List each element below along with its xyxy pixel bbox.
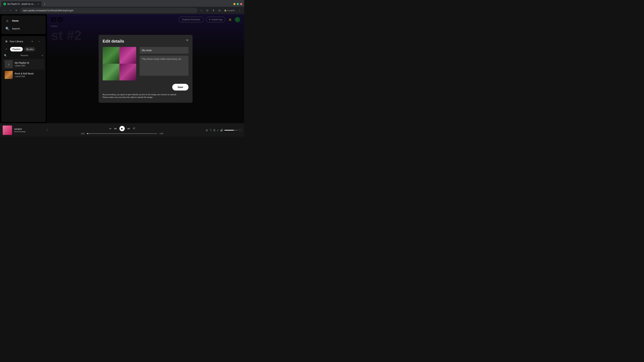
image-cell-4 xyxy=(120,64,136,80)
playlist-thumb-2 xyxy=(5,71,13,79)
volume-icon[interactable]: 🔊 xyxy=(220,129,223,132)
main-content: ‹ › Explore Premium ⬇ Install App 🔔 L Pl… xyxy=(47,14,244,123)
refresh-button[interactable]: ↻ xyxy=(14,8,19,13)
home-icon: ⌂ xyxy=(5,19,10,23)
playlist-meta-1: Lauren Deli xyxy=(15,64,42,67)
image-cell-2 xyxy=(120,47,136,64)
address-bar: ← → ↻ ☆ ⊡ ⬇ ⧉ 🕵 Incognito ⋮ xyxy=(0,7,244,14)
url-input[interactable] xyxy=(20,8,198,13)
player-track-info: vampire Olivia Rodrigo ♡ xyxy=(3,125,50,135)
back-button[interactable]: ← xyxy=(2,8,7,13)
progress-fill xyxy=(87,133,88,134)
tab-favicon: S xyxy=(3,3,6,5)
player-album-art xyxy=(3,125,12,135)
modal-body: Play these music while exercising..etc xyxy=(103,47,188,80)
bookmark-button[interactable]: ☆ xyxy=(199,8,204,13)
search-label: Search xyxy=(12,27,20,30)
download-button[interactable]: ⬇ xyxy=(211,8,216,13)
sidebar-item-search[interactable]: 🔍 Search xyxy=(3,25,44,33)
player-controls: ⇌ ⏮ ▶ ⏭ ↺ 0:01 3:39 xyxy=(52,126,192,135)
your-library-label: Your Library xyxy=(10,40,23,43)
library-title-button[interactable]: ⊞ Your Library xyxy=(5,40,23,43)
spotify-main: ⌂ Home 🔍 Search ⊞ Your Library + xyxy=(0,14,244,123)
previous-button[interactable]: ⏮ xyxy=(114,127,117,130)
playlist-image-composite xyxy=(103,47,136,80)
repeat-button[interactable]: ↺ xyxy=(133,127,135,130)
connect-device-button[interactable]: 📱 xyxy=(209,129,212,132)
playlist-name-1: My Playlist #2 xyxy=(15,61,42,64)
library-actions: + → xyxy=(30,39,42,44)
controls-buttons: ⇌ ⏮ ▶ ⏭ ↺ xyxy=(109,126,135,131)
browser-chrome: S My Playlist #2 - playlist by Laur... ✕… xyxy=(0,0,244,14)
expand-library-button[interactable]: → xyxy=(36,39,42,44)
extensions-button[interactable]: ⧉ xyxy=(217,8,222,13)
playlist-info-1: My Playlist #2 Lauren Deli xyxy=(15,61,42,67)
filter-playlists-chip[interactable]: Playlists xyxy=(10,47,23,51)
close-button[interactable] xyxy=(240,3,242,5)
queue-button[interactable]: ⊟ xyxy=(206,129,208,132)
sidebar-nav: ⌂ Home 🔍 Search xyxy=(1,15,46,34)
library-section: ⊞ Your Library + → × xyxy=(1,36,46,122)
active-tab[interactable]: S My Playlist #2 - playlist by Laur... ✕ xyxy=(1,1,42,7)
browser-actions: ☆ ⊡ ⬇ ⧉ 🕵 Incognito ⋮ xyxy=(199,8,242,13)
incognito-icon: 🕵 xyxy=(224,9,226,11)
search-icon: 🔍 xyxy=(5,27,10,31)
modal-overlay: Edit details ✕ xyxy=(47,14,244,123)
sidebar: ⌂ Home 🔍 Search ⊞ Your Library + xyxy=(0,14,47,123)
forward-button[interactable]: → xyxy=(8,8,13,13)
like-button[interactable]: ♡ xyxy=(44,129,50,132)
playlist-image-upload[interactable] xyxy=(103,47,136,80)
fullscreen-button[interactable]: ⤢ xyxy=(217,129,219,132)
modal-disclaimer: By proceeding, you agree to give Spotify… xyxy=(103,93,188,99)
miniplayer-button[interactable]: ⛶ xyxy=(239,129,242,132)
save-button[interactable]: Save xyxy=(172,84,188,90)
music-note-icon: ♪ xyxy=(8,62,10,66)
player-artist: Olivia Rodrigo xyxy=(14,131,42,133)
playlist-description-input[interactable]: Play these music while exercising..etc xyxy=(140,56,188,76)
new-tab-button[interactable]: + xyxy=(42,2,47,6)
modal-title: Edit details xyxy=(103,39,188,43)
player-track-details: vampire Olivia Rodrigo xyxy=(14,128,42,133)
image-cell-1 xyxy=(103,47,120,64)
tab-close-button[interactable]: ✕ xyxy=(37,3,40,5)
play-pause-button[interactable]: ▶ xyxy=(120,126,125,131)
window-controls xyxy=(234,3,243,5)
shuffle-button[interactable]: ⇌ xyxy=(109,127,111,130)
list-icon[interactable]: ≡ xyxy=(42,54,43,57)
progress-bar[interactable] xyxy=(87,133,157,134)
search-small-icon[interactable]: 🔍 xyxy=(4,54,7,57)
minimize-button[interactable] xyxy=(234,3,236,5)
cast-button[interactable]: ⊡ xyxy=(205,8,210,13)
filter-byyou-chip[interactable]: By you xyxy=(24,47,36,51)
incognito-badge: 🕵 Incognito xyxy=(223,9,236,12)
bottom-player: vampire Olivia Rodrigo ♡ ⇌ ⏮ ▶ ⏭ ↺ 0:01 … xyxy=(0,123,244,137)
modal-close-button[interactable]: ✕ xyxy=(184,37,190,43)
add-playlist-button[interactable]: + xyxy=(30,39,35,44)
tab-bar: S My Playlist #2 - playlist by Laur... ✕… xyxy=(0,0,244,7)
lyrics-button[interactable]: ☰ xyxy=(213,129,216,132)
home-label: Home xyxy=(12,19,18,22)
recents-row: 🔍 Recents ≡ xyxy=(3,53,44,57)
player-extra: ⊟ 📱 ☰ ⤢ 🔊 ⛶ xyxy=(194,129,242,132)
edit-details-modal: Edit details ✕ xyxy=(98,35,192,103)
volume-slider[interactable] xyxy=(224,130,238,131)
modal-footer: Save xyxy=(103,84,188,90)
volume-fill xyxy=(224,130,234,131)
sidebar-item-home[interactable]: ⌂ Home xyxy=(3,17,44,25)
playlist-name-2: Rock & Roll Music xyxy=(15,72,42,75)
image-cell-3 xyxy=(103,64,120,80)
maximize-button[interactable] xyxy=(237,3,239,5)
recents-label: Recents xyxy=(21,54,28,57)
next-button[interactable]: ⏭ xyxy=(128,127,130,130)
filter-close-button[interactable]: × xyxy=(4,47,9,51)
tab-title: My Playlist #2 - playlist by Laur... xyxy=(8,3,36,5)
playlist-item-1[interactable]: ♪ My Playlist #2 Lauren Deli xyxy=(3,59,44,69)
progress-row: 0:01 3:39 xyxy=(80,133,164,135)
spotify-app: ⌂ Home 🔍 Search ⊞ Your Library + xyxy=(0,14,244,137)
library-list: ♪ My Playlist #2 Lauren Deli Rock & Roll… xyxy=(3,59,44,80)
playlist-name-input[interactable] xyxy=(140,47,188,54)
current-time: 0:01 xyxy=(80,133,86,135)
menu-button[interactable]: ⋮ xyxy=(237,8,242,13)
playlist-item-2[interactable]: Rock & Roll Music Lauren Deli xyxy=(3,69,44,80)
library-icon: ⊞ xyxy=(5,40,8,43)
